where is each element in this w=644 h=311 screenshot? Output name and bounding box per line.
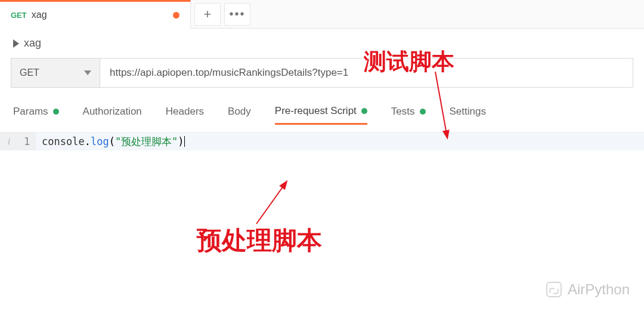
tab-headers-label: Headers bbox=[166, 106, 204, 118]
ellipsis-icon: ••• bbox=[229, 7, 245, 21]
watermark-text: AirPython bbox=[568, 281, 630, 298]
text-cursor bbox=[184, 136, 185, 147]
tab-overflow-button[interactable]: ••• bbox=[224, 3, 250, 26]
tab-body[interactable]: Body bbox=[228, 98, 251, 125]
tab-settings-label: Settings bbox=[450, 106, 486, 118]
request-url-row: GET https://api.apiopen.top/musicRanking… bbox=[11, 58, 633, 88]
tab-title: xag bbox=[32, 10, 168, 20]
tab-prerequest-label: Pre-request Script bbox=[275, 105, 357, 117]
tab-authorization-label: Authorization bbox=[83, 106, 142, 118]
watermark: AirPython bbox=[546, 281, 630, 298]
tab-tests[interactable]: Tests bbox=[391, 98, 426, 125]
tab-headers[interactable]: Headers bbox=[166, 98, 204, 125]
status-dot-icon bbox=[420, 109, 426, 115]
http-method-select[interactable]: GET bbox=[11, 58, 100, 88]
tab-settings[interactable]: Settings bbox=[450, 98, 486, 125]
tab-params-label: Params bbox=[13, 106, 48, 118]
request-tab-bar: GET xag + ••• bbox=[0, 0, 644, 29]
chevron-down-icon bbox=[84, 70, 91, 75]
tab-prerequest-script[interactable]: Pre-request Script bbox=[275, 98, 367, 125]
code-content[interactable]: console.log("预处理脚本") bbox=[36, 135, 185, 149]
breadcrumb-name: xag bbox=[24, 37, 41, 50]
unsaved-dot-icon bbox=[173, 12, 179, 19]
collapse-triangle-icon bbox=[13, 39, 19, 48]
status-dot-icon bbox=[361, 108, 367, 114]
tab-tests-label: Tests bbox=[391, 106, 415, 118]
line-number: 1 bbox=[18, 133, 36, 150]
tab-method-badge: GET bbox=[11, 11, 27, 20]
annotation-tests-label: 测试脚本 bbox=[364, 47, 454, 77]
breadcrumb[interactable]: xag bbox=[0, 29, 644, 58]
annotation-arrow-icon bbox=[250, 179, 310, 227]
tab-body-label: Body bbox=[228, 106, 251, 118]
editor-line: i 1 console.log("预处理脚本") bbox=[0, 133, 644, 150]
script-editor[interactable]: i 1 console.log("预处理脚本") bbox=[0, 132, 644, 150]
new-tab-button[interactable]: + bbox=[194, 3, 221, 26]
wechat-icon bbox=[546, 282, 562, 297]
svg-line-1 bbox=[256, 182, 286, 224]
request-tab[interactable]: GET xag bbox=[0, 0, 191, 29]
tab-params[interactable]: Params bbox=[13, 98, 59, 125]
status-dot-icon bbox=[53, 109, 59, 115]
request-url-text: https://api.apiopen.top/musicRankingsDet… bbox=[110, 67, 348, 79]
info-gutter-icon: i bbox=[0, 133, 18, 150]
annotation-prerequest-label: 预处理脚本 bbox=[197, 224, 322, 257]
http-method-value: GET bbox=[20, 67, 39, 78]
request-subtabs: Params Authorization Headers Body Pre-re… bbox=[0, 98, 644, 125]
tab-authorization[interactable]: Authorization bbox=[83, 98, 142, 125]
